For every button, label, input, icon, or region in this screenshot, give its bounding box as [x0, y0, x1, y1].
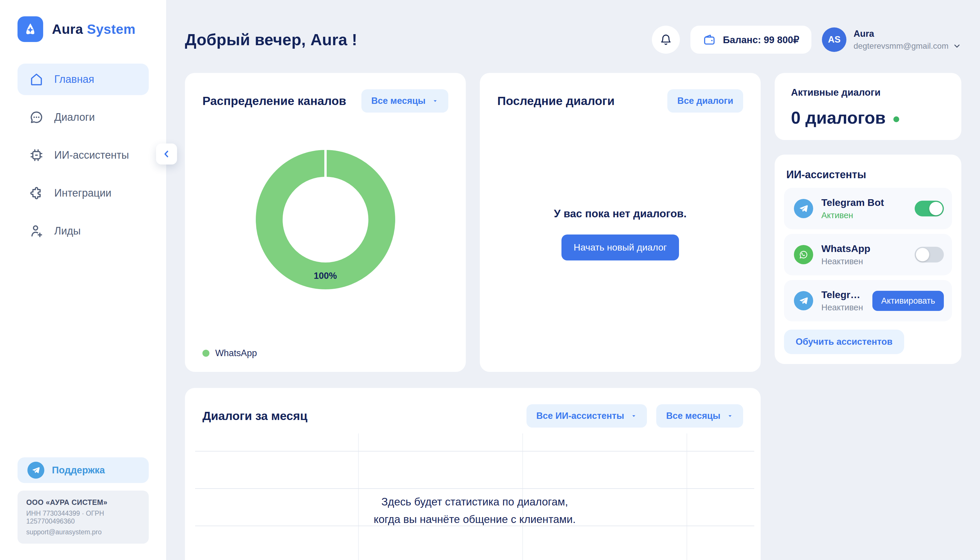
- brand: Aura System: [18, 16, 149, 42]
- profile-menu[interactable]: AS Aura degterevsmm@gmail.com: [822, 27, 961, 52]
- sidebar-collapse-button[interactable]: [156, 143, 177, 165]
- monthly-title: Диалоги за месяц: [202, 409, 307, 423]
- assistant-row-telegram-2: Telegram … Неактивен Активировать: [784, 280, 952, 322]
- caret-down-icon: [631, 413, 637, 419]
- support-button[interactable]: Поддержка: [18, 457, 149, 483]
- active-dialogs-value: 0 диалогов: [791, 108, 886, 128]
- chart-legend: WhatsApp: [202, 348, 448, 358]
- notifications-button[interactable]: [652, 26, 680, 54]
- puzzle-icon: [29, 186, 44, 200]
- monthly-chart-placeholder: Здесь будет статистика по диалогам, когд…: [195, 433, 754, 560]
- sidebar-item-label: Интеграции: [54, 187, 112, 199]
- wallet-icon: [703, 33, 716, 47]
- telegram-icon: [794, 291, 813, 310]
- sidebar-item-label: Диалоги: [54, 111, 95, 123]
- aura-star-icon: [18, 16, 43, 42]
- distribution-card: Распределение каналов Все месяцы 100% Wh…: [185, 73, 466, 372]
- channels-donut-chart: 100%: [256, 150, 395, 289]
- telegram-icon: [794, 199, 813, 218]
- profile-name: Aura: [853, 28, 961, 39]
- monthly-dialogs-card: Диалоги за месяц Все ИИ-ассистенты Все м…: [185, 388, 761, 560]
- profile-texts: Aura degterevsmm@gmail.com: [853, 28, 961, 51]
- bell-icon: [660, 33, 672, 46]
- all-dialogs-button[interactable]: Все диалоги: [667, 89, 743, 113]
- home-icon: [29, 72, 44, 87]
- chip-icon: [29, 148, 44, 162]
- sidebar: Aura System Главная Диалоги ИИ-ассистент: [0, 0, 167, 560]
- greeting: Добрый вечер, Aura !: [185, 30, 357, 49]
- sidebar-item-label: Главная: [54, 73, 94, 85]
- balance-label: Баланс: 99 800₽: [723, 34, 800, 45]
- start-dialog-button[interactable]: Начать новый диалог: [562, 235, 679, 260]
- train-assistants-button[interactable]: Обучить ассистентов: [784, 330, 904, 354]
- avatar: AS: [822, 27, 847, 52]
- monthly-empty-text: Здесь будет статистика по диалогам, когд…: [195, 493, 754, 528]
- assistants-filter-dropdown[interactable]: Все ИИ-ассистенты: [527, 404, 647, 428]
- chevron-left-icon: [162, 149, 172, 159]
- assistant-row-whatsapp: WhatsApp Неактивен: [784, 234, 952, 275]
- sidebar-item-leads[interactable]: Лиды: [18, 215, 149, 247]
- activate-assistant-button[interactable]: Активировать: [872, 291, 944, 311]
- assistant-name: Telegram …: [821, 289, 864, 300]
- assistant-row-telegram-bot: Telegram Bot Активен: [784, 188, 952, 229]
- months-filter-dropdown[interactable]: Все месяцы: [362, 89, 448, 113]
- active-dialogs-card: Активные диалоги 0 диалогов: [775, 73, 961, 140]
- sidebar-nav: Главная Диалоги ИИ-ассистенты Интеграции: [18, 63, 149, 247]
- assistant-status: Неактивен: [821, 257, 870, 266]
- user-plus-icon: [29, 224, 44, 238]
- recent-dialogs-card: Последние диалоги Все диалоги У вас пока…: [480, 73, 761, 372]
- legend-dot-whatsapp: [202, 350, 209, 357]
- assistant-toggle-on[interactable]: [915, 201, 944, 217]
- company-info: ООО «АУРА СИСТЕМ» ИНН 7730344399 · ОГРН …: [18, 491, 149, 544]
- status-dot: [893, 117, 899, 122]
- sidebar-item-integrations[interactable]: Интеграции: [18, 177, 149, 209]
- company-name: ООО «АУРА СИСТЕМ»: [26, 498, 140, 507]
- assistant-name: WhatsApp: [821, 243, 870, 254]
- recent-dialogs-title: Последние диалоги: [497, 94, 615, 108]
- active-dialogs-title: Активные диалоги: [791, 87, 945, 98]
- sidebar-item-home[interactable]: Главная: [18, 63, 149, 95]
- dialogs-empty-text: У вас пока нет диалогов.: [554, 208, 687, 220]
- sidebar-item-label: ИИ-ассистенты: [54, 149, 129, 161]
- dialogs-empty-state: У вас пока нет диалогов. Начать новый ди…: [497, 113, 743, 355]
- sidebar-footer: Поддержка ООО «АУРА СИСТЕМ» ИНН 77303443…: [18, 457, 149, 544]
- support-label: Поддержка: [52, 465, 105, 476]
- caret-down-icon: [432, 98, 438, 104]
- assistant-name: Telegram Bot: [821, 197, 884, 208]
- distribution-title: Распределение каналов: [202, 94, 346, 108]
- assistant-status: Неактивен: [821, 303, 864, 312]
- assistants-card: ИИ-ассистенты Telegram Bot Активен: [775, 155, 961, 364]
- profile-email: degterevsmm@gmail.com: [853, 42, 948, 51]
- dashboard-grid: Распределение каналов Все месяцы 100% Wh…: [185, 73, 961, 560]
- sidebar-item-dialogs[interactable]: Диалоги: [18, 102, 149, 133]
- company-registration: ИНН 7730344399 · ОГРН 1257700496360: [26, 510, 140, 525]
- topbar: Добрый вечер, Aura ! Баланс: 99 800₽ AS: [185, 26, 961, 54]
- legend-label: WhatsApp: [215, 348, 257, 358]
- months-filter-dropdown[interactable]: Все месяцы: [656, 404, 743, 428]
- telegram-icon: [27, 462, 44, 478]
- chevron-down-icon: [953, 42, 961, 50]
- assistants-title: ИИ-ассистенты: [786, 168, 952, 181]
- whatsapp-icon: [794, 245, 813, 264]
- brand-name: Aura System: [52, 21, 136, 37]
- donut-percentage-label: 100%: [314, 271, 337, 281]
- main-area: Добрый вечер, Aura ! Баланс: 99 800₽ AS: [167, 0, 980, 560]
- company-email: support@aurasystem.pro: [26, 528, 140, 536]
- sidebar-item-label: Лиды: [54, 225, 81, 237]
- assistant-toggle-off[interactable]: [915, 247, 944, 262]
- topbar-right: Баланс: 99 800₽ AS Aura degterevsmm@gmai…: [652, 26, 961, 54]
- donut-segment-gap: [324, 150, 327, 177]
- chat-icon: [29, 110, 44, 125]
- sidebar-item-assistants[interactable]: ИИ-ассистенты: [18, 139, 149, 171]
- balance-button[interactable]: Баланс: 99 800₽: [690, 26, 812, 54]
- right-column: Активные диалоги 0 диалогов ИИ-ассистент…: [775, 73, 961, 372]
- caret-down-icon: [727, 413, 733, 419]
- assistant-status: Активен: [821, 211, 884, 220]
